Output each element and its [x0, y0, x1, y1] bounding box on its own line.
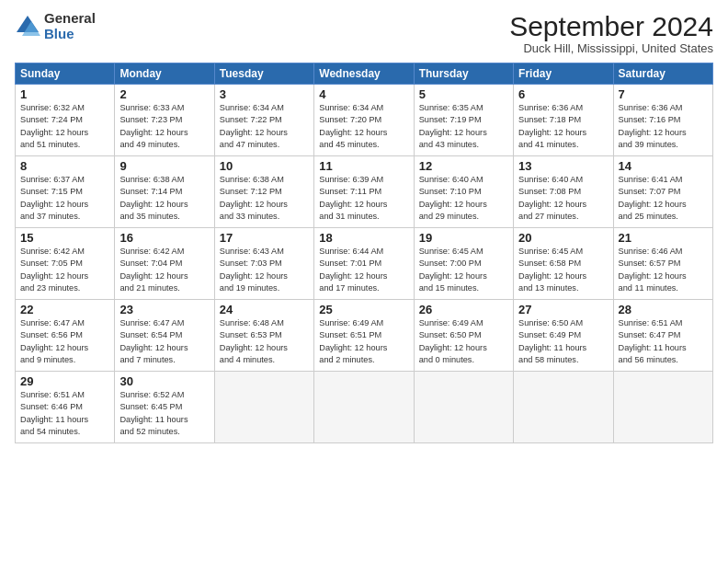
- day-info: Sunrise: 6:40 AM Sunset: 7:10 PM Dayligh…: [419, 174, 508, 223]
- header-cell-sunday: Sunday: [16, 63, 115, 85]
- day-number: 29: [20, 374, 109, 388]
- day-number: 22: [20, 303, 109, 316]
- day-info: Sunrise: 6:34 AM Sunset: 7:22 PM Dayligh…: [220, 102, 309, 151]
- calendar-cell: 2Sunrise: 6:33 AM Sunset: 7:23 PM Daylig…: [115, 85, 214, 156]
- calendar-cell: 17Sunrise: 6:43 AM Sunset: 7:03 PM Dayli…: [214, 228, 313, 300]
- day-info: Sunrise: 6:38 AM Sunset: 7:14 PM Dayligh…: [119, 174, 209, 223]
- calendar-cell: 14Sunrise: 6:41 AM Sunset: 7:07 PM Dayli…: [613, 156, 712, 228]
- day-number: 20: [518, 231, 608, 245]
- page: General Blue September 2024 Duck Hill, M…: [0, 0, 728, 563]
- calendar-cell: 29Sunrise: 6:51 AM Sunset: 6:46 PM Dayli…: [16, 372, 115, 443]
- day-info: Sunrise: 6:34 AM Sunset: 7:20 PM Dayligh…: [319, 102, 408, 151]
- header-cell-saturday: Saturday: [613, 63, 712, 85]
- day-info: Sunrise: 6:50 AM Sunset: 6:49 PM Dayligh…: [518, 317, 608, 366]
- logo: General Blue: [15, 11, 96, 41]
- calendar-cell: 4Sunrise: 6:34 AM Sunset: 7:20 PM Daylig…: [314, 85, 414, 156]
- calendar-row-week-2: 8Sunrise: 6:37 AM Sunset: 7:15 PM Daylig…: [16, 156, 713, 228]
- calendar-cell: 5Sunrise: 6:35 AM Sunset: 7:19 PM Daylig…: [414, 85, 513, 156]
- calendar-cell: 20Sunrise: 6:45 AM Sunset: 6:58 PM Dayli…: [514, 228, 613, 300]
- title-block: September 2024 Duck Hill, Mississippi, U…: [509, 11, 713, 55]
- day-number: 30: [119, 374, 209, 388]
- calendar-cell: 15Sunrise: 6:42 AM Sunset: 7:05 PM Dayli…: [16, 228, 115, 300]
- day-info: Sunrise: 6:51 AM Sunset: 6:46 PM Dayligh…: [20, 389, 109, 438]
- day-info: Sunrise: 6:36 AM Sunset: 7:16 PM Dayligh…: [619, 102, 708, 151]
- day-number: 12: [419, 159, 508, 173]
- header-cell-thursday: Thursday: [414, 63, 513, 85]
- day-number: 8: [20, 159, 109, 173]
- day-number: 26: [419, 303, 508, 316]
- day-number: 27: [518, 303, 608, 316]
- calendar-cell: 28Sunrise: 6:51 AM Sunset: 6:47 PM Dayli…: [613, 300, 712, 372]
- day-info: Sunrise: 6:43 AM Sunset: 7:03 PM Dayligh…: [220, 246, 309, 294]
- day-number: 14: [619, 159, 708, 173]
- day-info: Sunrise: 6:35 AM Sunset: 7:19 PM Dayligh…: [419, 102, 508, 151]
- day-info: Sunrise: 6:33 AM Sunset: 7:23 PM Dayligh…: [119, 102, 209, 151]
- day-number: 2: [119, 87, 209, 101]
- calendar-cell: 7Sunrise: 6:36 AM Sunset: 7:16 PM Daylig…: [613, 85, 712, 156]
- calendar-table: SundayMondayTuesdayWednesdayThursdayFrid…: [15, 63, 713, 443]
- day-info: Sunrise: 6:49 AM Sunset: 6:50 PM Dayligh…: [419, 317, 508, 366]
- day-info: Sunrise: 6:32 AM Sunset: 7:24 PM Dayligh…: [20, 102, 109, 151]
- day-info: Sunrise: 6:45 AM Sunset: 6:58 PM Dayligh…: [518, 246, 608, 294]
- day-info: Sunrise: 6:45 AM Sunset: 7:00 PM Dayligh…: [419, 246, 508, 294]
- day-number: 11: [319, 159, 408, 173]
- header-cell-tuesday: Tuesday: [214, 63, 313, 85]
- calendar-cell: 27Sunrise: 6:50 AM Sunset: 6:49 PM Dayli…: [514, 300, 613, 372]
- day-number: 7: [619, 87, 708, 101]
- location: Duck Hill, Mississippi, United States: [509, 41, 713, 55]
- calendar-cell: [314, 372, 414, 443]
- calendar-cell: 21Sunrise: 6:46 AM Sunset: 6:57 PM Dayli…: [613, 228, 712, 300]
- calendar-cell: 26Sunrise: 6:49 AM Sunset: 6:50 PM Dayli…: [414, 300, 513, 372]
- day-info: Sunrise: 6:36 AM Sunset: 7:18 PM Dayligh…: [518, 102, 608, 151]
- header: General Blue September 2024 Duck Hill, M…: [15, 11, 713, 55]
- calendar-cell: 19Sunrise: 6:45 AM Sunset: 7:00 PM Dayli…: [414, 228, 513, 300]
- calendar-cell: 25Sunrise: 6:49 AM Sunset: 6:51 PM Dayli…: [314, 300, 414, 372]
- day-number: 6: [518, 87, 608, 101]
- day-info: Sunrise: 6:48 AM Sunset: 6:53 PM Dayligh…: [220, 317, 309, 366]
- calendar-header-row: SundayMondayTuesdayWednesdayThursdayFrid…: [16, 63, 713, 85]
- day-info: Sunrise: 6:40 AM Sunset: 7:08 PM Dayligh…: [518, 174, 608, 223]
- day-info: Sunrise: 6:52 AM Sunset: 6:45 PM Dayligh…: [119, 389, 209, 438]
- calendar-cell: 12Sunrise: 6:40 AM Sunset: 7:10 PM Dayli…: [414, 156, 513, 228]
- calendar-row-week-3: 15Sunrise: 6:42 AM Sunset: 7:05 PM Dayli…: [16, 228, 713, 300]
- day-number: 28: [619, 303, 708, 316]
- logo-general: General: [44, 11, 96, 27]
- day-number: 16: [119, 231, 209, 245]
- calendar-cell: [514, 372, 613, 443]
- day-number: 1: [20, 87, 109, 101]
- day-info: Sunrise: 6:47 AM Sunset: 6:56 PM Dayligh…: [20, 317, 109, 366]
- logo-text: General Blue: [44, 11, 96, 41]
- calendar-cell: 24Sunrise: 6:48 AM Sunset: 6:53 PM Dayli…: [214, 300, 313, 372]
- day-number: 10: [220, 159, 309, 173]
- day-number: 9: [119, 159, 209, 173]
- day-info: Sunrise: 6:42 AM Sunset: 7:05 PM Dayligh…: [20, 246, 109, 294]
- calendar-cell: 13Sunrise: 6:40 AM Sunset: 7:08 PM Dayli…: [514, 156, 613, 228]
- day-number: 23: [119, 303, 209, 316]
- header-cell-monday: Monday: [115, 63, 214, 85]
- calendar-row-week-1: 1Sunrise: 6:32 AM Sunset: 7:24 PM Daylig…: [16, 85, 713, 156]
- logo-blue: Blue: [44, 27, 96, 42]
- calendar-cell: 16Sunrise: 6:42 AM Sunset: 7:04 PM Dayli…: [115, 228, 214, 300]
- calendar-cell: 8Sunrise: 6:37 AM Sunset: 7:15 PM Daylig…: [16, 156, 115, 228]
- day-info: Sunrise: 6:38 AM Sunset: 7:12 PM Dayligh…: [220, 174, 309, 223]
- calendar-row-week-4: 22Sunrise: 6:47 AM Sunset: 6:56 PM Dayli…: [16, 300, 713, 372]
- calendar-cell: 11Sunrise: 6:39 AM Sunset: 7:11 PM Dayli…: [314, 156, 414, 228]
- day-info: Sunrise: 6:51 AM Sunset: 6:47 PM Dayligh…: [619, 317, 708, 366]
- day-number: 25: [319, 303, 408, 316]
- calendar-cell: 18Sunrise: 6:44 AM Sunset: 7:01 PM Dayli…: [314, 228, 414, 300]
- calendar-cell: 22Sunrise: 6:47 AM Sunset: 6:56 PM Dayli…: [16, 300, 115, 372]
- calendar-cell: 23Sunrise: 6:47 AM Sunset: 6:54 PM Dayli…: [115, 300, 214, 372]
- header-cell-wednesday: Wednesday: [314, 63, 414, 85]
- logo-icon: [15, 14, 40, 40]
- day-number: 5: [419, 87, 508, 101]
- header-cell-friday: Friday: [514, 63, 613, 85]
- day-number: 3: [220, 87, 309, 101]
- month-title: September 2024: [509, 11, 713, 41]
- day-info: Sunrise: 6:41 AM Sunset: 7:07 PM Dayligh…: [619, 174, 708, 223]
- calendar-cell: 30Sunrise: 6:52 AM Sunset: 6:45 PM Dayli…: [115, 372, 214, 443]
- calendar-cell: [214, 372, 313, 443]
- day-number: 18: [319, 231, 408, 245]
- day-info: Sunrise: 6:47 AM Sunset: 6:54 PM Dayligh…: [119, 317, 209, 366]
- day-number: 19: [419, 231, 508, 245]
- calendar-cell: 3Sunrise: 6:34 AM Sunset: 7:22 PM Daylig…: [214, 85, 313, 156]
